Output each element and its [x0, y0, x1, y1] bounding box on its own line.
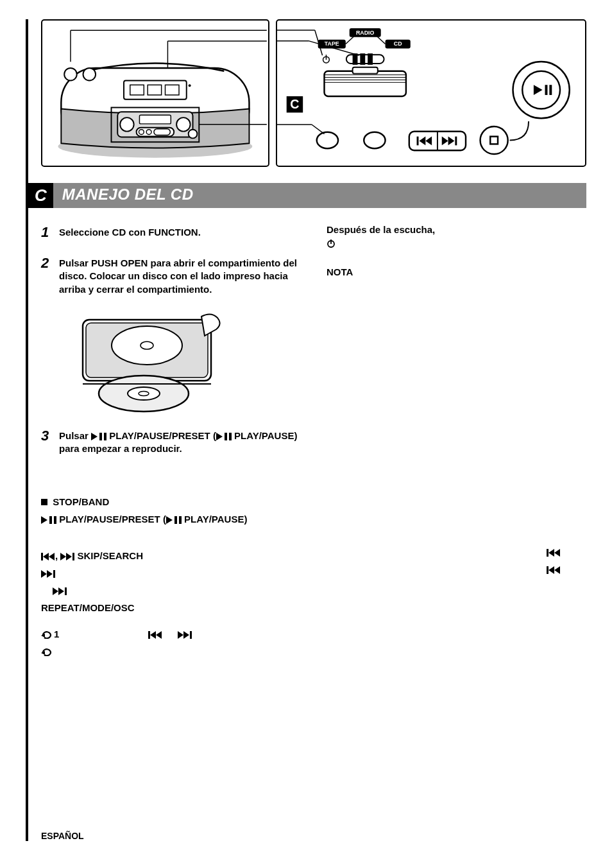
svg-rect-100: [547, 566, 548, 574]
svg-marker-77: [216, 433, 223, 440]
step-text: Seleccione CD con FUNCTION.: [59, 224, 201, 241]
repeat-icon: [41, 647, 54, 656]
svg-rect-12: [130, 85, 144, 95]
next-line: [41, 566, 586, 580]
svg-point-16: [120, 117, 133, 131]
svg-marker-97: [41, 570, 47, 578]
skip-forward-icon: [178, 631, 192, 639]
svg-marker-108: [150, 631, 156, 639]
skip-search-label: SKIP/SEARCH: [74, 550, 143, 561]
skip-back-icon: [547, 549, 561, 557]
repeat-icon: [41, 630, 54, 639]
svg-marker-95: [548, 549, 554, 557]
svg-marker-98: [47, 570, 53, 578]
stop-band-line: STOP/BAND: [41, 495, 586, 508]
svg-rect-78: [225, 433, 227, 440]
step-number: 1: [41, 224, 53, 241]
step-1: 1 Seleccione CD con FUNCTION.: [41, 224, 301, 241]
svg-point-72: [139, 391, 149, 395]
svg-rect-40: [352, 67, 377, 74]
svg-rect-18: [139, 115, 171, 124]
svg-point-8: [189, 84, 191, 87]
svg-rect-35: [360, 53, 365, 65]
svg-marker-90: [49, 553, 55, 560]
repeat-mode-label: REPEAT/MODE/OSC: [41, 602, 135, 613]
nota-heading: NOTA: [327, 266, 586, 277]
diagram-row: RADIO TAPE CD: [41, 19, 586, 167]
svg-point-44: [364, 132, 385, 148]
square-bullet-icon: [41, 499, 47, 505]
skip-forward-icon: [53, 587, 67, 595]
svg-rect-59: [549, 85, 552, 95]
section-letter: C: [28, 183, 53, 208]
svg-marker-82: [41, 516, 47, 524]
play-preset-b: PLAY/PAUSE): [182, 514, 248, 525]
svg-point-9: [64, 68, 77, 81]
power-icon: [327, 239, 336, 248]
play-pause-icon: [216, 433, 232, 440]
svg-rect-88: [41, 553, 43, 560]
svg-rect-52: [455, 137, 457, 146]
svg-rect-58: [545, 85, 547, 95]
svg-rect-14: [166, 85, 179, 95]
play-pause-line: PLAY/PAUSE/PRESET ( PLAY/PAUSE): [41, 512, 586, 526]
svg-marker-91: [60, 553, 66, 560]
svg-line-30: [377, 37, 386, 44]
next-line-2: [41, 584, 586, 597]
step-number: 3: [41, 428, 53, 456]
svg-point-10: [83, 68, 96, 81]
svg-line-65: [312, 125, 325, 134]
repeat-one-label: 1: [54, 629, 59, 639]
svg-rect-86: [174, 516, 177, 524]
step-number: 2: [41, 255, 53, 296]
svg-marker-110: [178, 631, 183, 639]
step-text: Pulsar PLAY/PAUSE/PRESET ( PLAY/PAUSE) p…: [59, 428, 301, 456]
svg-marker-109: [156, 631, 162, 639]
svg-rect-105: [65, 587, 67, 595]
svg-marker-85: [166, 516, 173, 524]
play-pause-icon: [41, 516, 56, 524]
svg-text:C: C: [290, 98, 299, 112]
svg-rect-112: [190, 631, 192, 639]
svg-point-53: [480, 126, 507, 154]
svg-point-20: [139, 130, 144, 135]
svg-rect-46: [416, 137, 418, 146]
step-2: 2 Pulsar PUSH OPEN para abrir el compart…: [41, 255, 301, 296]
svg-point-23: [189, 130, 198, 139]
skip-search-line: , SKIP/SEARCH: [41, 549, 586, 562]
svg-marker-96: [554, 549, 560, 557]
step-text: Pulsar PUSH OPEN para abrir el compartim…: [59, 255, 301, 296]
skip-back-icon: [41, 553, 55, 560]
repeat-mode-line: REPEAT/MODE/OSC: [41, 601, 586, 614]
svg-point-21: [146, 130, 151, 135]
svg-point-69: [140, 342, 153, 349]
svg-marker-101: [548, 566, 554, 574]
page-language-footer: ESPAÑOL: [41, 831, 84, 841]
step3-prefix: Pulsar: [59, 430, 91, 441]
controls-illustration: RADIO TAPE CD: [277, 21, 585, 166]
skip-forward-icon: [60, 553, 74, 560]
skip-back-icon: [547, 566, 561, 574]
left-column: 1 Seleccione CD con FUNCTION. 2 Pulsar P…: [41, 224, 301, 469]
svg-rect-107: [148, 631, 150, 639]
svg-rect-75: [99, 433, 102, 440]
svg-marker-89: [43, 553, 49, 560]
after-listening-heading: Después de la escucha,: [327, 224, 586, 235]
repeat-one-line: 1: [41, 627, 586, 641]
svg-point-17: [176, 117, 190, 131]
cd-label: CD: [394, 40, 402, 47]
svg-marker-74: [91, 433, 98, 440]
skip-sep: ,: [55, 550, 60, 561]
svg-rect-13: [148, 85, 161, 95]
radio-label: RADIO: [356, 30, 375, 36]
controls-diagram: RADIO TAPE CD: [276, 19, 586, 167]
svg-marker-92: [66, 553, 72, 560]
skip-forward-icon: [41, 570, 55, 578]
skip-back-icon: [148, 631, 162, 639]
play-preset-a: PLAY/PAUSE/PRESET (: [56, 514, 166, 525]
svg-marker-104: [58, 587, 64, 595]
svg-line-29: [346, 37, 354, 44]
step3-mid1: PLAY/PAUSE/PRESET (: [106, 430, 216, 441]
svg-rect-22: [154, 129, 170, 135]
play-pause-icon: [91, 433, 106, 440]
